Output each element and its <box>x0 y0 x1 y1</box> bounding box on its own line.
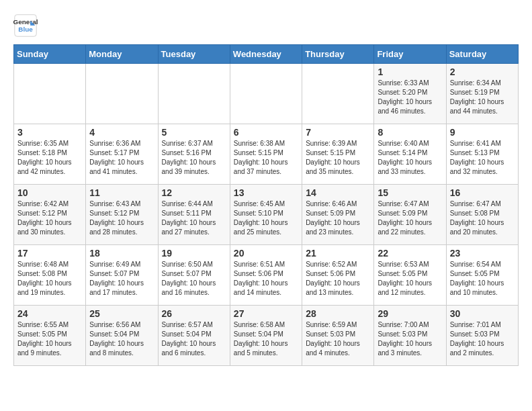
day-info: Sunrise: 6:35 AM Sunset: 5:18 PM Dayligh… <box>17 139 82 177</box>
day-number: 21 <box>306 248 370 259</box>
day-number: 12 <box>162 187 226 198</box>
day-number: 13 <box>234 187 298 198</box>
calendar-table: SundayMondayTuesdayWednesdayThursdayFrid… <box>13 44 519 366</box>
day-info: Sunrise: 7:01 AM Sunset: 5:03 PM Dayligh… <box>450 320 515 358</box>
calendar-cell: 20Sunrise: 6:51 AM Sunset: 5:06 PM Dayli… <box>230 245 302 306</box>
day-info: Sunrise: 6:38 AM Sunset: 5:15 PM Dayligh… <box>234 139 298 177</box>
day-number: 7 <box>306 127 370 138</box>
day-number: 29 <box>378 308 442 319</box>
calendar-cell: 30Sunrise: 7:01 AM Sunset: 5:03 PM Dayli… <box>446 306 518 366</box>
logo: General Blue <box>13 13 40 38</box>
day-number: 1 <box>378 66 442 77</box>
day-info: Sunrise: 6:52 AM Sunset: 5:06 PM Dayligh… <box>306 260 370 298</box>
calendar-cell: 1Sunrise: 6:33 AM Sunset: 5:20 PM Daylig… <box>374 64 446 124</box>
calendar-cell <box>230 64 302 124</box>
day-number: 30 <box>450 308 515 319</box>
day-info: Sunrise: 6:57 AM Sunset: 5:04 PM Dayligh… <box>162 320 226 358</box>
day-info: Sunrise: 6:33 AM Sunset: 5:20 PM Dayligh… <box>378 79 442 116</box>
day-info: Sunrise: 6:54 AM Sunset: 5:05 PM Dayligh… <box>450 260 515 298</box>
calendar-cell: 7Sunrise: 6:39 AM Sunset: 5:15 PM Daylig… <box>302 124 374 185</box>
day-number: 23 <box>450 248 515 259</box>
day-number: 20 <box>234 248 298 259</box>
calendar-cell: 9Sunrise: 6:41 AM Sunset: 5:13 PM Daylig… <box>446 124 518 185</box>
day-info: Sunrise: 6:53 AM Sunset: 5:05 PM Dayligh… <box>378 260 442 298</box>
day-info: Sunrise: 6:51 AM Sunset: 5:06 PM Dayligh… <box>234 260 298 298</box>
day-info: Sunrise: 6:37 AM Sunset: 5:16 PM Dayligh… <box>162 139 226 177</box>
day-info: Sunrise: 6:55 AM Sunset: 5:05 PM Dayligh… <box>17 320 82 358</box>
day-number: 15 <box>378 187 442 198</box>
header-monday: Monday <box>86 45 158 64</box>
day-number: 26 <box>162 308 226 319</box>
day-number: 9 <box>450 127 515 138</box>
calendar-cell: 23Sunrise: 6:54 AM Sunset: 5:05 PM Dayli… <box>446 245 518 306</box>
calendar-cell: 28Sunrise: 6:59 AM Sunset: 5:03 PM Dayli… <box>302 306 374 366</box>
day-number: 4 <box>89 127 154 138</box>
day-info: Sunrise: 6:42 AM Sunset: 5:12 PM Dayligh… <box>17 199 82 237</box>
day-info: Sunrise: 6:34 AM Sunset: 5:19 PM Dayligh… <box>450 79 515 116</box>
day-number: 8 <box>378 127 442 138</box>
day-info: Sunrise: 6:48 AM Sunset: 5:08 PM Dayligh… <box>17 260 82 298</box>
header-thursday: Thursday <box>302 45 374 64</box>
calendar-cell: 24Sunrise: 6:55 AM Sunset: 5:05 PM Dayli… <box>14 306 86 366</box>
header-sunday: Sunday <box>14 45 86 64</box>
calendar-week-3: 17Sunrise: 6:48 AM Sunset: 5:08 PM Dayli… <box>14 245 519 306</box>
day-number: 24 <box>17 308 82 319</box>
day-info: Sunrise: 6:59 AM Sunset: 5:03 PM Dayligh… <box>306 320 370 358</box>
calendar-cell: 10Sunrise: 6:42 AM Sunset: 5:12 PM Dayli… <box>14 185 86 245</box>
day-number: 6 <box>234 127 298 138</box>
day-info: Sunrise: 6:50 AM Sunset: 5:07 PM Dayligh… <box>162 260 226 298</box>
day-info: Sunrise: 7:00 AM Sunset: 5:03 PM Dayligh… <box>378 320 442 358</box>
page-header: General Blue <box>13 13 519 38</box>
calendar-cell: 11Sunrise: 6:43 AM Sunset: 5:12 PM Dayli… <box>86 185 158 245</box>
calendar-cell: 3Sunrise: 6:35 AM Sunset: 5:18 PM Daylig… <box>14 124 86 185</box>
header-friday: Friday <box>374 45 446 64</box>
day-number: 22 <box>378 248 442 259</box>
day-number: 2 <box>450 66 515 77</box>
day-number: 16 <box>450 187 515 198</box>
calendar-cell: 18Sunrise: 6:49 AM Sunset: 5:07 PM Dayli… <box>86 245 158 306</box>
calendar-cell: 27Sunrise: 6:58 AM Sunset: 5:04 PM Dayli… <box>230 306 302 366</box>
header-saturday: Saturday <box>446 45 518 64</box>
calendar-cell: 6Sunrise: 6:38 AM Sunset: 5:15 PM Daylig… <box>230 124 302 185</box>
calendar-cell: 5Sunrise: 6:37 AM Sunset: 5:16 PM Daylig… <box>158 124 230 185</box>
day-number: 28 <box>306 308 370 319</box>
calendar-week-2: 10Sunrise: 6:42 AM Sunset: 5:12 PM Dayli… <box>14 185 519 245</box>
day-info: Sunrise: 6:41 AM Sunset: 5:13 PM Dayligh… <box>450 139 515 177</box>
day-number: 25 <box>89 308 154 319</box>
day-number: 3 <box>17 127 82 138</box>
calendar-cell: 8Sunrise: 6:40 AM Sunset: 5:14 PM Daylig… <box>374 124 446 185</box>
day-info: Sunrise: 6:46 AM Sunset: 5:09 PM Dayligh… <box>306 199 370 237</box>
calendar-cell <box>14 64 86 124</box>
day-info: Sunrise: 6:39 AM Sunset: 5:15 PM Dayligh… <box>306 139 370 177</box>
calendar-cell: 26Sunrise: 6:57 AM Sunset: 5:04 PM Dayli… <box>158 306 230 366</box>
day-number: 17 <box>17 248 82 259</box>
day-info: Sunrise: 6:43 AM Sunset: 5:12 PM Dayligh… <box>89 199 154 237</box>
day-number: 5 <box>162 127 226 138</box>
calendar-cell: 2Sunrise: 6:34 AM Sunset: 5:19 PM Daylig… <box>446 64 518 124</box>
day-info: Sunrise: 6:56 AM Sunset: 5:04 PM Dayligh… <box>89 320 154 358</box>
calendar-cell: 13Sunrise: 6:45 AM Sunset: 5:10 PM Dayli… <box>230 185 302 245</box>
calendar-cell: 29Sunrise: 7:00 AM Sunset: 5:03 PM Dayli… <box>374 306 446 366</box>
calendar-cell: 14Sunrise: 6:46 AM Sunset: 5:09 PM Dayli… <box>302 185 374 245</box>
header-wednesday: Wednesday <box>230 45 302 64</box>
day-number: 10 <box>17 187 82 198</box>
svg-text:Blue: Blue <box>18 26 33 33</box>
calendar-header-row: SundayMondayTuesdayWednesdayThursdayFrid… <box>14 45 519 64</box>
day-info: Sunrise: 6:58 AM Sunset: 5:04 PM Dayligh… <box>234 320 298 358</box>
calendar-cell: 21Sunrise: 6:52 AM Sunset: 5:06 PM Dayli… <box>302 245 374 306</box>
calendar-cell <box>302 64 374 124</box>
calendar-cell: 17Sunrise: 6:48 AM Sunset: 5:08 PM Dayli… <box>14 245 86 306</box>
day-number: 14 <box>306 187 370 198</box>
day-info: Sunrise: 6:47 AM Sunset: 5:08 PM Dayligh… <box>450 199 515 237</box>
calendar-week-1: 3Sunrise: 6:35 AM Sunset: 5:18 PM Daylig… <box>14 124 519 185</box>
calendar-cell: 22Sunrise: 6:53 AM Sunset: 5:05 PM Dayli… <box>374 245 446 306</box>
day-info: Sunrise: 6:44 AM Sunset: 5:11 PM Dayligh… <box>162 199 226 237</box>
logo-icon: General Blue <box>13 13 38 38</box>
calendar-cell <box>86 64 158 124</box>
day-number: 18 <box>89 248 154 259</box>
calendar-cell: 12Sunrise: 6:44 AM Sunset: 5:11 PM Dayli… <box>158 185 230 245</box>
day-number: 27 <box>234 308 298 319</box>
calendar-cell: 25Sunrise: 6:56 AM Sunset: 5:04 PM Dayli… <box>86 306 158 366</box>
calendar-week-0: 1Sunrise: 6:33 AM Sunset: 5:20 PM Daylig… <box>14 64 519 124</box>
calendar-week-4: 24Sunrise: 6:55 AM Sunset: 5:05 PM Dayli… <box>14 306 519 366</box>
